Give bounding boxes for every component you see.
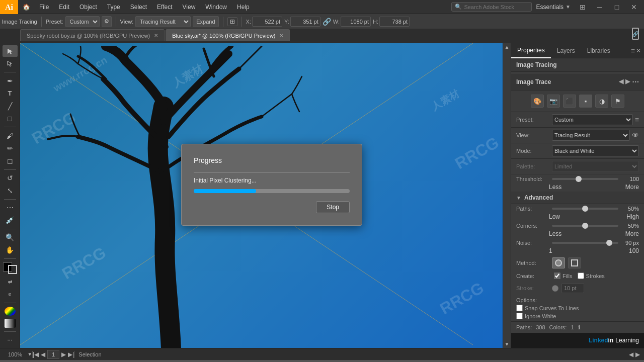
- tool-select[interactable]: [3, 45, 18, 57]
- tool-paintbrush[interactable]: 🖌: [3, 130, 18, 141]
- canvas-area[interactable]: www.rrcg.cn RRCG 人素材 RRCG RRCG 人素材 RRCG: [20, 43, 511, 348]
- mode-photo-icon[interactable]: 📷: [547, 95, 560, 108]
- expand-button[interactable]: Expand: [193, 16, 218, 27]
- menu-file[interactable]: File: [34, 0, 54, 14]
- threshold-slider[interactable]: [552, 178, 618, 180]
- tab-bluesky-close[interactable]: ✕: [279, 33, 283, 38]
- tool-scale[interactable]: ⤡: [3, 185, 18, 197]
- tool-rect[interactable]: □: [3, 113, 18, 124]
- panel-menu-icon[interactable]: ≡: [631, 47, 635, 55]
- tool-rotate[interactable]: ↺: [3, 172, 18, 184]
- mode-color-icon[interactable]: ⬛: [563, 95, 576, 108]
- tool-pen[interactable]: ✒: [3, 75, 18, 86]
- tab-layers[interactable]: Layers: [551, 43, 581, 58]
- scroll-track[interactable]: [503, 51, 511, 340]
- tab-properties[interactable]: Properties: [511, 43, 551, 58]
- artboard-prev[interactable]: ◀: [629, 351, 633, 358]
- tool-blend[interactable]: ⋯: [3, 202, 18, 214]
- home-button[interactable]: 🏠: [18, 0, 34, 14]
- page-back-btn[interactable]: ◀: [41, 351, 45, 358]
- strokes-checkbox-label[interactable]: Strokes: [578, 273, 605, 279]
- advanced-header[interactable]: ▼ Advanced: [511, 192, 644, 204]
- tool-none[interactable]: ⊘: [3, 289, 18, 300]
- color-fill-stroke[interactable]: [3, 262, 17, 274]
- tool-hand[interactable]: ✋: [3, 244, 18, 256]
- menu-edit[interactable]: Edit: [54, 0, 74, 14]
- menu-help[interactable]: Help: [232, 0, 255, 14]
- tool-more[interactable]: ···: [3, 334, 18, 346]
- mode-outline-icon[interactable]: ⚑: [611, 95, 624, 108]
- tool-zoom[interactable]: 🔍: [3, 232, 18, 243]
- ignore-checkbox[interactable]: [516, 313, 523, 319]
- panel-close-icon[interactable]: ✕: [636, 47, 641, 54]
- preset-select-it[interactable]: Custom Black and White 3 Colors 6 Colors…: [552, 114, 633, 125]
- menu-view[interactable]: View: [178, 0, 201, 14]
- mode-auto-icon[interactable]: 🎨: [531, 95, 544, 108]
- tab-bluesky[interactable]: Blue sky.ai* @ 100% (RGB/GPU Preview) ✕: [166, 29, 290, 41]
- snap-checkbox[interactable]: [516, 305, 523, 311]
- x-input[interactable]: [252, 17, 282, 27]
- fills-checkbox[interactable]: [554, 273, 560, 279]
- menu-select[interactable]: Select: [125, 0, 152, 14]
- tool-color-mode[interactable]: [5, 307, 16, 316]
- panel-next-icon[interactable]: ▶: [625, 78, 630, 86]
- close-button[interactable]: ✕: [626, 0, 642, 14]
- tool-eraser[interactable]: ◻: [3, 155, 18, 167]
- tab-spooky[interactable]: Spooky robot boy.ai @ 100% (RGB/GPU Prev…: [20, 29, 165, 41]
- strokes-checkbox[interactable]: [578, 273, 584, 279]
- page-last-btn[interactable]: ▶|: [68, 351, 74, 358]
- panel-options-icon[interactable]: ⋯: [632, 78, 639, 86]
- arrange-panels-button[interactable]: ⊞: [575, 0, 591, 14]
- preset-settings-button[interactable]: ⚙: [102, 16, 112, 27]
- view-eye-icon[interactable]: 👁: [632, 131, 639, 139]
- artboard-next[interactable]: ▶: [635, 351, 640, 358]
- page-fwd-btn[interactable]: ▶: [61, 351, 66, 358]
- scroll-up[interactable]: ▲: [503, 43, 511, 51]
- ignore-checkbox-label[interactable]: Ignore White: [516, 313, 639, 319]
- workspace-selector[interactable]: Essentials ▼: [536, 4, 571, 11]
- canvas-scrollbar[interactable]: ▲ ▼: [503, 43, 511, 348]
- tool-direct-select[interactable]: [3, 58, 18, 69]
- snap-checkbox-label[interactable]: Snap Curves To Lines: [516, 305, 639, 311]
- info-icon[interactable]: ℹ: [578, 324, 581, 331]
- method-btn-2[interactable]: [568, 257, 581, 268]
- y-input[interactable]: [290, 17, 320, 27]
- mode-grayscale-icon[interactable]: ▪: [579, 95, 592, 108]
- search-input[interactable]: [464, 4, 524, 10]
- view-select[interactable]: Tracing Result: [135, 16, 191, 27]
- menu-type[interactable]: Type: [102, 0, 125, 14]
- method-btn-1[interactable]: [552, 257, 565, 268]
- paths-slider[interactable]: [552, 208, 618, 210]
- view-select-it[interactable]: Tracing Result Outlines Source Image: [552, 130, 630, 141]
- h-input[interactable]: [379, 17, 410, 27]
- fills-checkbox-label[interactable]: Fills: [554, 273, 573, 279]
- mode-select-it[interactable]: Black and White Grayscale Color: [552, 145, 639, 156]
- maximize-button[interactable]: □: [609, 0, 625, 14]
- tool-gradient[interactable]: [5, 319, 16, 328]
- corners-slider[interactable]: [552, 225, 618, 227]
- stop-button[interactable]: Stop: [316, 201, 350, 213]
- tab-libraries[interactable]: Libraries: [581, 43, 616, 58]
- tab-spooky-close[interactable]: ✕: [154, 33, 158, 38]
- zoom-control[interactable]: 100% ▼: [4, 351, 32, 357]
- zoom-chevron[interactable]: ▼: [27, 351, 32, 357]
- search-area[interactable]: 🔍: [451, 2, 532, 12]
- panel-prev-icon[interactable]: ◀: [619, 78, 623, 86]
- menu-window[interactable]: Window: [200, 0, 232, 14]
- page-nav[interactable]: |◀ ◀ ▶ ▶|: [33, 350, 74, 359]
- minimize-button[interactable]: ─: [592, 0, 608, 14]
- page-input[interactable]: [47, 350, 59, 359]
- preset-list-icon[interactable]: ≡: [635, 116, 639, 124]
- mode-bw-icon[interactable]: ◑: [595, 95, 608, 108]
- tool-line[interactable]: ╱: [3, 100, 18, 112]
- tool-swap-colors[interactable]: ⇄: [3, 276, 18, 288]
- menu-object[interactable]: Object: [74, 0, 102, 14]
- preset-select[interactable]: Custom: [65, 16, 100, 27]
- tool-eyedropper[interactable]: 💉: [3, 215, 18, 226]
- page-prev-btn[interactable]: |◀: [33, 351, 39, 358]
- scroll-down[interactable]: ▼: [503, 340, 511, 348]
- menu-effect[interactable]: Effect: [152, 0, 177, 14]
- tool-pencil[interactable]: ✏: [3, 142, 18, 154]
- tool-type[interactable]: T: [3, 87, 18, 99]
- w-input[interactable]: [341, 17, 371, 27]
